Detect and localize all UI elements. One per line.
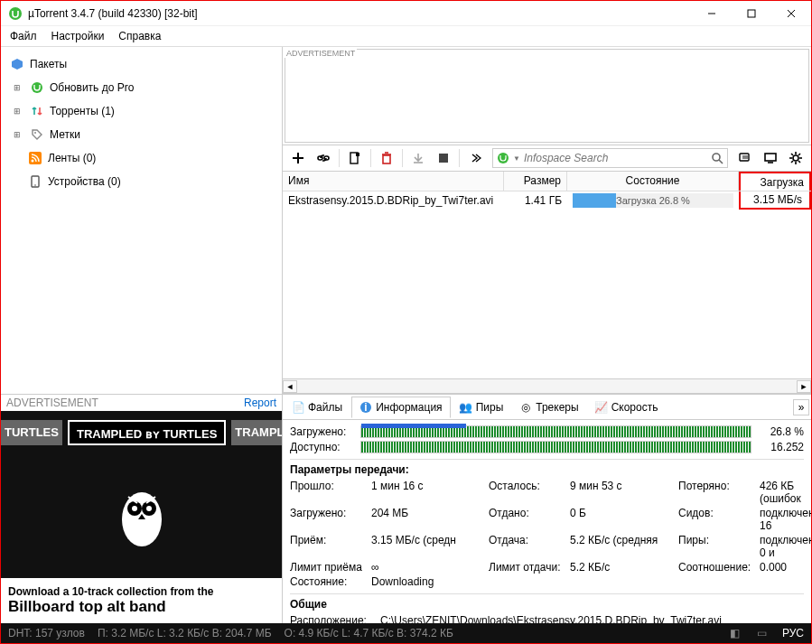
sidebar-item-torrents[interactable]: ⊞ Торренты (1) [1, 99, 282, 123]
dropdown-icon[interactable]: ▼ [513, 154, 520, 163]
delete-button[interactable] [375, 146, 398, 170]
svg-rect-2 [748, 10, 755, 17]
tab-files[interactable]: 📄Файлы [285, 397, 350, 417]
sidebar-item-feeds[interactable]: Ленты (0) [1, 146, 282, 170]
rss-icon [28, 151, 42, 165]
tray-icon[interactable]: ◧ [728, 626, 742, 640]
start-button[interactable] [406, 146, 430, 170]
svg-point-11 [34, 184, 36, 186]
column-name[interactable]: Имя [283, 172, 504, 191]
sidebar-label: Ленты (0) [48, 152, 96, 164]
detail-tabs: 📄Файлы iИнформация 👥Пиры ◎Трекеры 📈Скоро… [283, 395, 811, 420]
svg-point-6 [32, 82, 42, 93]
general-params: Расположение:C:\Users\ZENIT\Downloads\Ek… [290, 614, 804, 623]
sidebar-item-devices[interactable]: Устройства (0) [1, 170, 282, 193]
avail-bar [360, 441, 751, 453]
toolbar: ▼ [283, 145, 811, 172]
column-size[interactable]: Размер [504, 172, 567, 191]
expand-icon[interactable]: ⊞ [10, 80, 24, 95]
sidebar-label: Устройства (0) [48, 175, 121, 188]
tabs-overflow-button[interactable]: » [793, 399, 809, 415]
expand-icon[interactable]: ⊞ [10, 104, 24, 118]
svg-rect-17 [356, 153, 359, 156]
expand-icon[interactable]: ⊞ [10, 127, 24, 142]
torrent-table: Имя Размер Состояние Загрузка Ekstrasens… [283, 172, 811, 394]
search-input[interactable] [524, 152, 711, 164]
search-provider-icon[interactable] [497, 152, 509, 164]
menu-settings[interactable]: Настройки [51, 30, 105, 42]
package-icon [10, 57, 24, 71]
svg-point-41 [132, 506, 137, 511]
remote-button[interactable] [759, 146, 782, 170]
svg-line-25 [719, 160, 723, 163]
add-torrent-button[interactable] [286, 146, 310, 170]
expand-search-button[interactable] [463, 146, 487, 170]
titlebar: µTorrent 3.4.7 (build 42330) [32-bit] [1, 1, 811, 26]
svg-point-9 [32, 160, 34, 163]
owl-icon [110, 474, 173, 555]
svg-text:i: i [364, 401, 367, 414]
files-icon: 📄 [292, 401, 304, 414]
tab-trackers[interactable]: ◎Трекеры [512, 397, 585, 417]
tab-peers[interactable]: 👥Пиры [453, 397, 511, 417]
subscriptions-button[interactable] [733, 146, 757, 170]
menu-help[interactable]: Справка [118, 30, 161, 42]
svg-rect-27 [765, 154, 776, 161]
tab-speed[interactable]: 📈Скорость [588, 397, 666, 417]
ad-image[interactable]: TURTLES TRAMPLED ʙʏ TURTLES TRAMPL Downl… [1, 411, 282, 623]
sidebar-item-labels[interactable]: ⊞ Метки [1, 123, 282, 146]
avail-label: Доступно: [290, 441, 353, 453]
search-box[interactable]: ▼ [492, 148, 728, 168]
ad-report-link[interactable]: Report [244, 397, 276, 409]
loaded-label: Загружено: [290, 425, 353, 438]
ad-label: ADVERTISEMENT [6, 397, 98, 409]
horizontal-scrollbar[interactable]: ◄ ► [283, 378, 811, 393]
add-url-button[interactable] [312, 146, 335, 170]
menubar: Файл Настройки Справка [1, 26, 811, 47]
language-indicator[interactable]: РУС [782, 627, 804, 639]
minimize-button[interactable] [692, 1, 732, 26]
svg-point-24 [713, 154, 720, 161]
sidebar-label: Метки [50, 128, 80, 141]
sidebar-label: Пакеты [30, 58, 67, 70]
speed-icon: 📈 [595, 401, 608, 414]
maximize-button[interactable] [732, 1, 771, 26]
sidebar-label: Обновить до Pro [50, 81, 134, 94]
tray-icon[interactable]: ▭ [755, 626, 770, 640]
transfer-section-title: Параметры передачи: [290, 459, 804, 476]
loaded-value: 26.8 % [759, 425, 804, 438]
ad-panel-left: ADVERTISEMENT Report TURTLES TRAMPLED ʙʏ… [1, 394, 283, 623]
details-panel: 📄Файлы iИнформация 👥Пиры ◎Трекеры 📈Скоро… [283, 394, 811, 623]
column-download-speed[interactable]: Загрузка [739, 172, 811, 191]
sidebar: Пакеты ⊞ Обновить до Pro ⊞ Торренты (1) … [1, 47, 283, 394]
column-status[interactable]: Состояние [567, 172, 739, 191]
svg-rect-18 [383, 155, 390, 163]
create-torrent-button[interactable] [343, 146, 367, 170]
loaded-bar [360, 425, 751, 438]
close-button[interactable] [771, 1, 811, 26]
search-icon[interactable] [711, 152, 723, 164]
torrent-row[interactable]: Ekstrasensy.2015.D.BDRip_by_Twi7ter.avi … [283, 191, 811, 210]
scroll-left-icon[interactable]: ◄ [283, 380, 297, 393]
stop-button[interactable] [432, 146, 455, 170]
ad-banner-top[interactable]: ADVERTISEMENT [285, 49, 809, 143]
tab-info[interactable]: iИнформация [351, 397, 450, 418]
svg-marker-5 [12, 59, 23, 70]
download-status: П: 3.2 МБ/с L: 3.2 КБ/с В: 204.7 МБ [98, 627, 272, 639]
dht-status: DHT: 157 узлов [8, 627, 85, 639]
upload-status: О: 4.9 КБ/с L: 4.7 КБ/с В: 374.2 КБ [285, 627, 453, 639]
scroll-right-icon[interactable]: ► [797, 380, 811, 393]
torrent-size-cell: 1.41 ГБ [504, 192, 567, 209]
svg-point-23 [498, 153, 509, 163]
device-icon [28, 174, 42, 189]
avail-value: 16.252 [759, 441, 804, 453]
torrent-status-cell: Загрузка 26.8 % [567, 191, 739, 210]
svg-line-37 [798, 154, 800, 155]
transfer-icon [30, 104, 44, 118]
menu-file[interactable]: Файл [10, 30, 37, 42]
sidebar-item-packages[interactable]: Пакеты [1, 52, 282, 76]
svg-rect-22 [439, 154, 448, 163]
peers-icon: 👥 [460, 401, 472, 414]
sidebar-item-upgrade[interactable]: ⊞ Обновить до Pro [1, 76, 282, 99]
preferences-button[interactable] [784, 146, 807, 170]
